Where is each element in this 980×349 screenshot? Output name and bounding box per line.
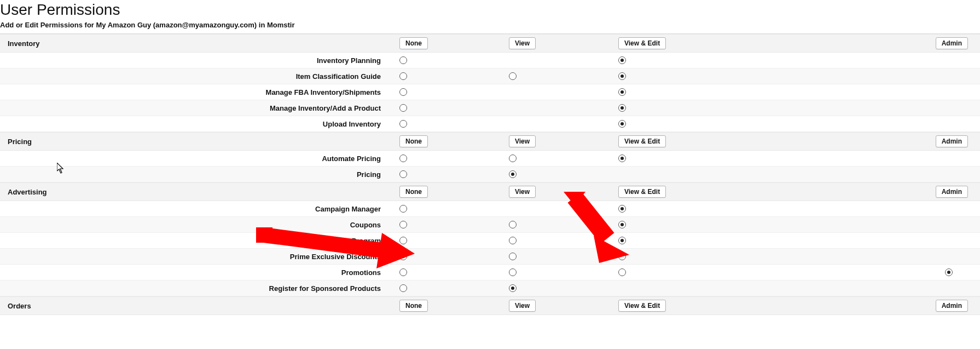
radio-cell-viewedit (607, 72, 772, 80)
admin-button[interactable]: Admin (936, 37, 968, 49)
radio-view[interactable] (509, 72, 517, 80)
radio-cell-viewedit (607, 253, 772, 260)
permission-row: Manage FBA Inventory/Shipments (0, 84, 980, 100)
view-button[interactable]: View (509, 186, 536, 198)
none-button[interactable]: None (399, 135, 428, 147)
none-button[interactable]: None (399, 37, 428, 49)
radio-view[interactable] (509, 253, 517, 260)
radio-none[interactable] (399, 253, 407, 260)
section-header: Inventory None View View & Edit Admin (0, 34, 980, 53)
permission-row: Inventory Planning (0, 53, 980, 68)
section-header: Orders None View View & Edit Admin (0, 296, 980, 315)
radio-cell-view (498, 221, 607, 228)
view-button[interactable]: View (509, 135, 536, 147)
radio-cell-none (388, 120, 498, 128)
radio-viewedit[interactable] (618, 104, 626, 112)
radio-none[interactable] (399, 268, 407, 276)
radio-viewedit[interactable] (618, 268, 626, 276)
radio-view[interactable] (509, 237, 517, 244)
radio-viewedit[interactable] (618, 56, 626, 64)
radio-none[interactable] (399, 72, 407, 80)
radio-none[interactable] (399, 237, 407, 244)
radio-cell-none (388, 284, 498, 292)
radio-none[interactable] (399, 88, 407, 96)
permission-row: Upload Inventory (0, 116, 980, 132)
radio-cell-none (388, 155, 498, 162)
radio-viewedit[interactable] (618, 237, 626, 244)
admin-button[interactable]: Admin (936, 186, 968, 198)
section-name: Advertising (0, 188, 388, 196)
permission-row: Campaign Manager (0, 201, 980, 217)
view-edit-button[interactable]: View & Edit (618, 186, 666, 198)
permission-label: Inventory Planning (0, 56, 388, 65)
radio-cell-viewedit (607, 155, 772, 162)
permission-label: Item Classification Guide (0, 72, 388, 81)
radio-cell-view (498, 237, 607, 244)
radio-cell-view (498, 268, 607, 276)
radio-viewedit[interactable] (618, 253, 626, 260)
radio-cell-none (388, 268, 498, 276)
radio-cell-admin (772, 268, 980, 276)
permission-label: Manage FBA Inventory/Shipments (0, 88, 388, 96)
permission-row: Coupons (0, 217, 980, 233)
radio-none[interactable] (399, 56, 407, 64)
radio-cell-none (388, 253, 498, 260)
permission-row: Pricing (0, 167, 980, 182)
none-button[interactable]: None (399, 300, 428, 312)
radio-cell-viewedit (607, 205, 772, 213)
admin-button[interactable]: Admin (936, 300, 968, 312)
radio-view[interactable] (509, 170, 517, 178)
radio-cell-viewedit (607, 56, 772, 64)
none-button[interactable]: None (399, 186, 428, 198)
view-edit-button[interactable]: View & Edit (618, 135, 666, 147)
radio-cell-none (388, 88, 498, 96)
radio-viewedit[interactable] (618, 120, 626, 128)
radio-view[interactable] (509, 284, 517, 292)
radio-viewedit[interactable] (618, 88, 626, 96)
radio-cell-view (498, 253, 607, 260)
permission-label: Campaign Manager (0, 205, 388, 213)
radio-viewedit[interactable] (618, 221, 626, 228)
permission-row: Item Classification Guide (0, 68, 980, 84)
view-button[interactable]: View (509, 300, 536, 312)
radio-none[interactable] (399, 104, 407, 112)
radio-admin[interactable] (945, 268, 953, 276)
permission-row: Promotions (0, 265, 980, 281)
radio-none[interactable] (399, 221, 407, 228)
permission-row: Prime Exclusive Discounts (0, 249, 980, 265)
radio-cell-viewedit (607, 120, 772, 128)
radio-none[interactable] (399, 205, 407, 213)
radio-viewedit[interactable] (618, 72, 626, 80)
radio-viewedit[interactable] (618, 205, 626, 213)
radio-none[interactable] (399, 284, 407, 292)
radio-view[interactable] (509, 155, 517, 162)
permission-row: Register for Sponsored Products (0, 281, 980, 296)
permission-row: Early Reviewer Program (0, 233, 980, 249)
radio-cell-view (498, 284, 607, 292)
radio-none[interactable] (399, 120, 407, 128)
radio-cell-view (498, 72, 607, 80)
permission-label: Promotions (0, 268, 388, 277)
section-name: Inventory (0, 39, 388, 48)
radio-cell-none (388, 221, 498, 228)
admin-button[interactable]: Admin (936, 135, 968, 147)
permission-label: Manage Inventory/Add a Product (0, 104, 388, 112)
radio-view[interactable] (509, 221, 517, 228)
section-name: Pricing (0, 138, 388, 146)
page-title: User Permissions (0, 0, 980, 21)
view-button[interactable]: View (509, 37, 536, 49)
radio-none[interactable] (399, 170, 407, 178)
permission-label: Pricing (0, 170, 388, 179)
view-edit-button[interactable]: View & Edit (618, 300, 666, 312)
section-name: Orders (0, 302, 388, 310)
radio-cell-viewedit (607, 237, 772, 244)
radio-view[interactable] (509, 268, 517, 276)
permission-label: Upload Inventory (0, 120, 388, 128)
radio-viewedit[interactable] (618, 155, 626, 162)
page-subtitle: Add or Edit Permissions for My Amazon Gu… (0, 21, 980, 34)
permission-row: Automate Pricing (0, 151, 980, 167)
radio-cell-none (388, 104, 498, 112)
radio-none[interactable] (399, 155, 407, 162)
section-header: Pricing None View View & Edit Admin (0, 132, 980, 151)
view-edit-button[interactable]: View & Edit (618, 37, 666, 49)
